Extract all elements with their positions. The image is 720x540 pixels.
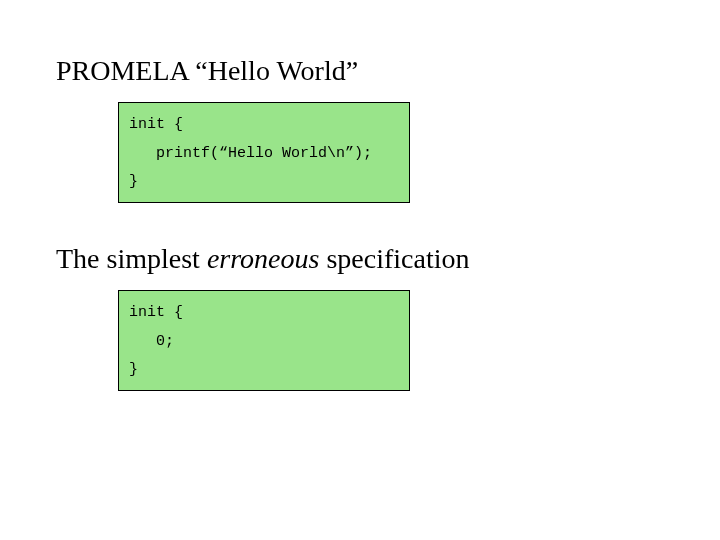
- code-line: }: [129, 361, 138, 378]
- text: The simplest: [56, 243, 207, 274]
- text-italic: erroneous: [207, 243, 320, 274]
- text: specification: [319, 243, 469, 274]
- slide: PROMELA “Hello World” init { printf(“Hel…: [0, 0, 720, 540]
- slide-subtitle: The simplest erroneous specification: [56, 244, 469, 275]
- code-line: 0;: [129, 333, 174, 350]
- code-line: }: [129, 173, 138, 190]
- code-block-hello: init { printf(“Hello World\n”); }: [118, 102, 410, 203]
- code-block-erroneous: init { 0; }: [118, 290, 410, 391]
- code-line: printf(“Hello World\n”);: [129, 145, 372, 162]
- slide-title: PROMELA “Hello World”: [56, 56, 358, 87]
- code-line: init {: [129, 116, 183, 133]
- code-line: init {: [129, 304, 183, 321]
